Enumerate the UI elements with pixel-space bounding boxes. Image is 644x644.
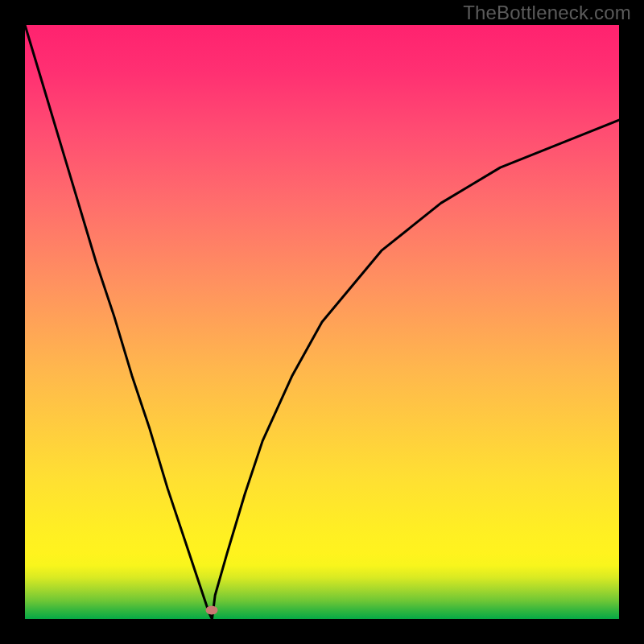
- plot-area: [25, 25, 619, 619]
- watermark-text: TheBottleneck.com: [463, 2, 631, 24]
- chart-frame: TheBottleneck.com: [0, 0, 644, 644]
- bottleneck-curve: [25, 25, 619, 619]
- optimal-point-marker: [206, 605, 218, 614]
